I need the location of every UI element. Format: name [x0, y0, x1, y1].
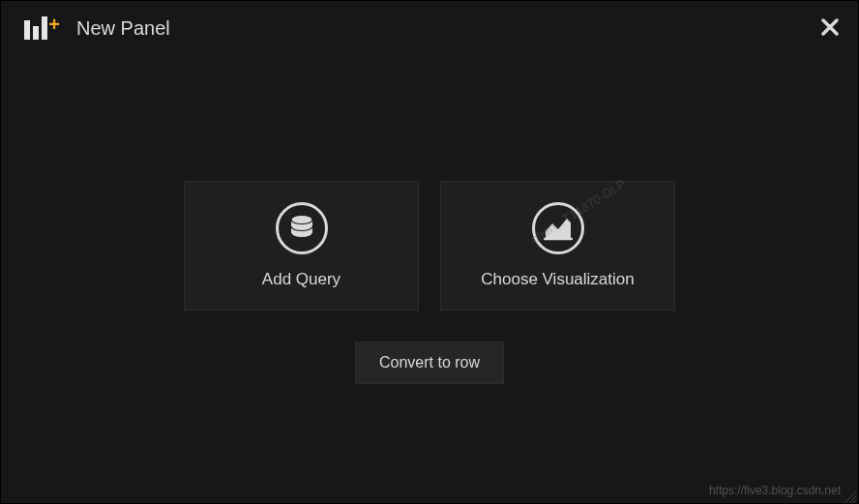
resize-handle-icon[interactable]	[844, 489, 856, 501]
new-panel-container: + New Panel	[0, 0, 859, 504]
convert-to-row-button[interactable]: Convert to row	[355, 341, 504, 384]
chart-icon	[532, 202, 584, 254]
panel-header: + New Panel	[1, 1, 858, 55]
bar-chart-plus-icon: +	[24, 16, 47, 40]
choose-visualization-label: Choose Visualization	[481, 270, 634, 289]
panel-title: New Panel	[76, 17, 170, 40]
add-query-card[interactable]: Add Query	[184, 181, 419, 311]
panel-body: Add Query Choose Visualization Convert t…	[1, 55, 858, 384]
bottom-watermark: https://five3.blog.csdn.net	[709, 484, 841, 497]
close-icon	[821, 18, 839, 36]
option-cards-row: Add Query Choose Visualization	[184, 181, 675, 311]
add-query-label: Add Query	[262, 270, 341, 289]
close-button[interactable]	[821, 16, 839, 40]
database-icon	[276, 202, 328, 254]
choose-visualization-card[interactable]: Choose Visualization	[440, 181, 675, 311]
